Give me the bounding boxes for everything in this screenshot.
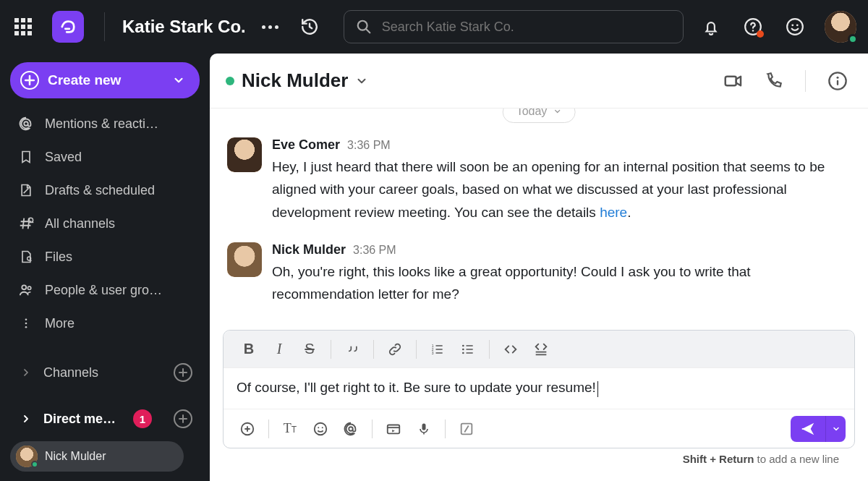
svg-line-1 — [366, 29, 370, 33]
video-clip-icon — [386, 421, 401, 437]
message-avatar[interactable] — [227, 137, 262, 172]
history-icon — [300, 17, 319, 36]
italic-button[interactable]: I — [264, 335, 294, 364]
bulleted-list-button[interactable] — [453, 335, 483, 364]
sidebar-section-channels[interactable]: Channels — [10, 357, 200, 388]
dm-item-nick-mulder[interactable]: Nick Mulder — [10, 441, 184, 472]
svg-rect-31 — [422, 423, 426, 430]
composer-bottom-toolbar: TT — [224, 409, 854, 448]
all-channels-icon — [17, 216, 35, 231]
voice-call-button[interactable] — [765, 72, 783, 90]
sidebar-section-direct-messages[interactable]: Direct me… 1 — [10, 404, 200, 434]
search-icon — [356, 19, 372, 35]
svg-text:3: 3 — [432, 350, 434, 354]
svg-point-15 — [25, 326, 27, 328]
notifications-button[interactable] — [699, 14, 723, 39]
toggle-formatting-button[interactable]: TT — [275, 414, 305, 443]
svg-point-14 — [25, 323, 27, 325]
chevron-down-icon[interactable] — [355, 75, 368, 88]
code-button[interactable] — [495, 335, 526, 364]
message-author[interactable]: Eve Comer — [272, 137, 340, 153]
sidebar-item-label: More — [45, 316, 192, 331]
sidebar-item-files[interactable]: Files — [10, 242, 200, 272]
svg-point-25 — [462, 352, 464, 354]
add-dm-button[interactable] — [174, 409, 192, 428]
ordered-list-button[interactable]: 123 — [422, 335, 453, 364]
sidebar-item-label: People & user gro… — [45, 283, 192, 298]
divider — [104, 12, 105, 41]
sidebar-item-drafts[interactable]: Drafts & scheduled — [10, 175, 200, 205]
strikethrough-button[interactable]: S — [294, 335, 325, 364]
record-video-button[interactable] — [378, 414, 409, 443]
phone-icon — [765, 72, 783, 90]
chevron-down-icon — [832, 425, 841, 433]
send-button[interactable] — [791, 416, 825, 442]
sidebar: Create new Mentions & reacti… Saved Draf… — [0, 54, 210, 481]
sidebar-item-label: Files — [45, 250, 192, 265]
add-attachment-button[interactable] — [232, 414, 263, 443]
help-notification-dot — [757, 30, 764, 38]
bold-button[interactable]: B — [234, 335, 264, 364]
sidebar-item-more[interactable]: More — [10, 308, 200, 339]
shortcuts-button[interactable] — [451, 414, 482, 443]
people-icon — [17, 282, 35, 298]
sidebar-item-label: Drafts & scheduled — [45, 183, 192, 198]
chat-info-button[interactable] — [827, 71, 848, 91]
apps-grid-icon — [14, 18, 32, 35]
send-options-button[interactable] — [825, 416, 846, 442]
svg-point-3 — [752, 30, 754, 31]
svg-point-13 — [25, 318, 27, 320]
chevron-down-icon — [172, 74, 185, 87]
message-link[interactable]: here — [600, 205, 627, 220]
smile-icon — [312, 421, 328, 437]
sidebar-item-saved[interactable]: Saved — [10, 142, 200, 172]
history-button[interactable] — [297, 14, 322, 39]
composer-toolbar: B I S 123 — [224, 331, 854, 368]
emoji-picker-button[interactable] — [305, 414, 336, 443]
record-audio-button[interactable] — [409, 414, 439, 443]
divider — [489, 340, 490, 359]
sidebar-item-mentions[interactable]: Mentions & reacti… — [10, 108, 200, 139]
composer-input[interactable]: Of course, I'll get right to it. Be sure… — [224, 368, 854, 409]
plus-circle-icon — [239, 421, 255, 437]
presence-indicator — [31, 461, 38, 468]
search-field[interactable] — [344, 10, 684, 43]
unread-badge: 1 — [133, 409, 152, 428]
mention-button[interactable] — [336, 414, 366, 443]
sidebar-item-label: Saved — [45, 150, 192, 165]
app-logo[interactable] — [52, 11, 84, 43]
chat-body[interactable]: Today Eve Comer 3:36 PM Hey, I just hear… — [210, 108, 868, 330]
create-new-button[interactable]: Create new — [10, 62, 200, 98]
svg-point-23 — [462, 344, 464, 346]
user-avatar[interactable] — [825, 11, 856, 43]
help-button[interactable] — [741, 14, 765, 39]
sidebar-section-label: Channels — [43, 365, 165, 380]
link-icon — [387, 341, 403, 357]
sidebar-item-people[interactable]: People & user gro… — [10, 275, 200, 305]
search-input[interactable] — [382, 20, 671, 35]
workspace-name[interactable]: Katie Stark Co. — [122, 17, 246, 37]
video-call-button[interactable] — [723, 70, 744, 92]
link-button[interactable] — [380, 335, 410, 364]
workspace-more-button[interactable] — [262, 25, 278, 29]
sidebar-item-all-channels[interactable]: All channels — [10, 208, 200, 239]
message-avatar[interactable] — [227, 242, 262, 277]
presence-indicator — [848, 34, 858, 44]
date-separator[interactable]: Today — [503, 108, 576, 123]
emoji-button[interactable] — [783, 14, 807, 39]
add-channel-button[interactable] — [174, 363, 192, 382]
apps-grid-button[interactable] — [12, 15, 35, 38]
message-author[interactable]: Nick Mulder — [272, 242, 346, 257]
date-separator-label: Today — [516, 108, 548, 118]
divider — [372, 420, 373, 438]
code-block-button[interactable] — [526, 335, 556, 364]
chat-header-name[interactable]: Nick Mulder — [242, 69, 348, 92]
files-icon — [17, 250, 35, 264]
message: Nick Mulder 3:36 PM Oh, you're right, th… — [227, 242, 851, 306]
chevron-right-icon — [17, 367, 35, 378]
ordered-list-icon: 123 — [430, 342, 445, 357]
blockquote-button[interactable] — [337, 335, 367, 364]
code-icon — [503, 341, 519, 357]
chat-header: Nick Mulder — [210, 54, 868, 108]
message-body: Oh, you're right, this looks like a grea… — [272, 260, 851, 306]
